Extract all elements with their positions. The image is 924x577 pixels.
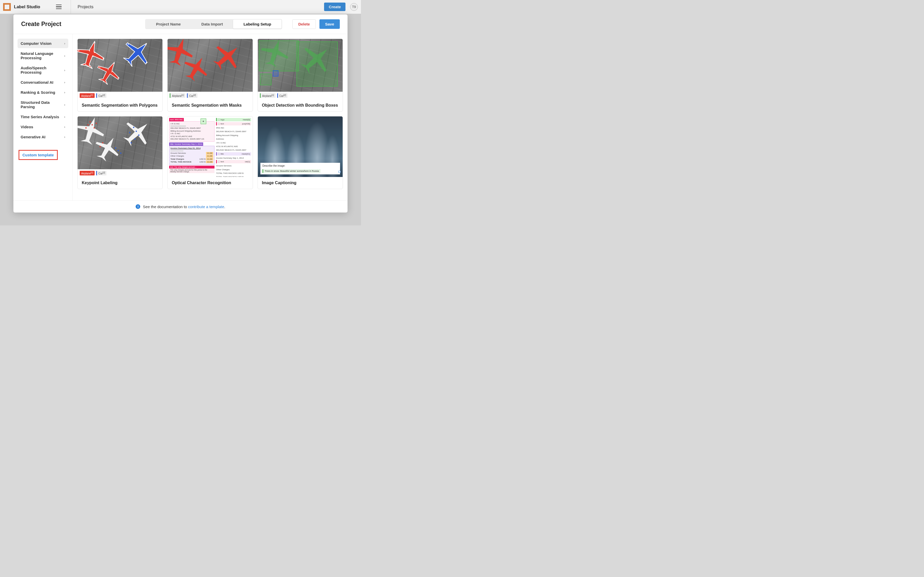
chevron-right-icon: ›: [64, 42, 65, 45]
sidebar-item-computer-vision[interactable]: Computer Vision›: [18, 39, 68, 48]
modal-footer: i See the documentation to contribute a …: [13, 200, 347, 213]
label-chip-airplane: Airplane[1]: [80, 171, 95, 176]
sidebar-item-nlp[interactable]: Natural Language Processing›: [18, 49, 68, 63]
caption-text: Trees in snow. Beautiful winter somewher…: [262, 169, 320, 173]
chevron-right-icon: ›: [64, 81, 65, 84]
template-title: Optical Character Recognition: [168, 177, 252, 189]
caption-label: Describe the image:: [262, 164, 338, 167]
save-button[interactable]: Save: [320, 19, 340, 29]
template-preview: Airplane[1] Car[2]: [168, 39, 252, 100]
template-title: Keypoint Labeling: [78, 177, 162, 189]
logo-icon: ❖: [200, 118, 206, 124]
template-preview: Airplane[1] Car[2]: [78, 39, 162, 100]
template-preview: Airplane[1] Car[2]: [258, 39, 342, 100]
tab-project-name[interactable]: Project Name: [146, 19, 191, 29]
tab-data-import[interactable]: Data Import: [191, 19, 233, 29]
template-grid-area: Airplane[1] Car[2] Semantic Segmentation…: [73, 34, 347, 200]
template-title: Image Captioning: [258, 177, 342, 189]
label-chip-car: Car[2]: [96, 93, 107, 98]
label-chip-car: Car[2]: [96, 171, 107, 176]
sidebar-item-generative-ai[interactable]: Generative AI›: [18, 132, 68, 142]
template-card-keypoint[interactable]: Airplane[1] Car[2] Keypoint Labeling: [78, 116, 163, 189]
sidebar-item-videos[interactable]: Videos›: [18, 122, 68, 132]
chevron-right-icon: ›: [64, 103, 65, 106]
modal-header: Create Project Project Name Data Import …: [13, 15, 347, 34]
template-title: Semantic Segmentation with Masks: [168, 100, 252, 111]
template-preview: Airplane[1] Car[2]: [78, 116, 162, 177]
template-card-masks[interactable]: Airplane[1] Car[2] Semantic Segmentation…: [167, 39, 253, 111]
template-card-bboxes[interactable]: Airplane[1] Car[2] Object Detection with…: [258, 39, 343, 111]
sidebar-item-time-series[interactable]: Time Series Analysis›: [18, 112, 68, 122]
chevron-right-icon: ›: [64, 135, 65, 139]
chevron-right-icon: ›: [64, 68, 65, 72]
sidebar-item-structured-data[interactable]: Structured Data Parsing›: [18, 98, 68, 111]
label-chip-airplane: Airplane[1]: [260, 93, 276, 98]
chevron-right-icon: ›: [64, 125, 65, 129]
tab-labeling-setup[interactable]: Labeling Setup: [233, 19, 281, 29]
sidebar-item-audio[interactable]: Audio/Speech Processing›: [18, 63, 68, 77]
label-chip-airplane: Airplane[1]: [80, 93, 95, 98]
template-preview: Describe the image: Trees in snow. Beaut…: [258, 116, 342, 177]
label-chip-car: Car[2]: [277, 93, 288, 98]
contribute-template-link[interactable]: contribute a template: [188, 205, 224, 209]
label-chip-airplane: Airplane[1]: [170, 93, 185, 98]
create-project-modal: Create Project Project Name Data Import …: [13, 15, 347, 213]
template-card-ocr[interactable]: text: IRIS INC ❖ I R IS INC DELRAY BEACH…: [167, 116, 253, 189]
template-card-captioning[interactable]: Describe the image: Trees in snow. Beaut…: [258, 116, 343, 189]
label-chip-car: Car[2]: [187, 93, 197, 98]
chevron-right-icon: ›: [64, 90, 65, 94]
info-icon: i: [136, 204, 140, 209]
chevron-right-icon: ›: [64, 115, 65, 119]
template-title: Semantic Segmentation with Polygons: [78, 100, 162, 111]
template-title: Object Detection with Bounding Boxes: [258, 100, 342, 111]
resize-handle-icon: [339, 171, 341, 173]
chevron-right-icon: ›: [64, 54, 65, 58]
sidebar-item-ranking[interactable]: Ranking & Scoring›: [18, 88, 68, 97]
modal-tabs: Project Name Data Import Labeling Setup: [145, 19, 282, 29]
template-preview: text: IRIS INC ❖ I R IS INC DELRAY BEACH…: [168, 116, 252, 177]
delete-button[interactable]: Delete: [292, 19, 316, 29]
template-card-polygons[interactable]: Airplane[1] Car[2] Semantic Segmentation…: [78, 39, 163, 111]
modal-title: Create Project: [21, 21, 61, 27]
custom-template-link[interactable]: Custom template: [19, 150, 58, 160]
category-sidebar: Computer Vision› Natural Language Proces…: [13, 34, 73, 200]
sidebar-item-conversational-ai[interactable]: Conversational AI›: [18, 77, 68, 87]
